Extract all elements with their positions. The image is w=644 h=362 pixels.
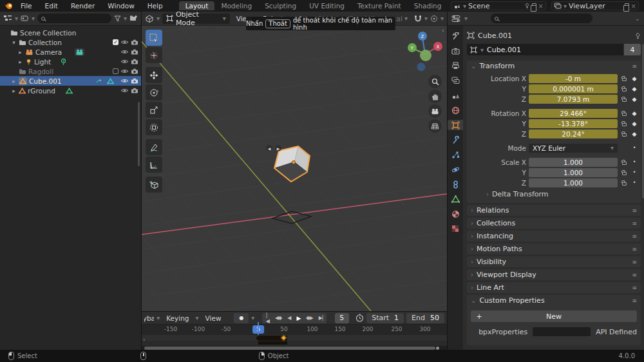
tool-move[interactable] xyxy=(146,67,162,83)
outliner-row-cube-001[interactable]: ▸ Cube.001 xyxy=(0,76,141,86)
disclosure-closed-icon[interactable]: ▸ xyxy=(17,59,23,65)
prev-keyframe-button[interactable]: ◀◆ xyxy=(272,315,284,321)
object-name-input[interactable]: ▾ Cube.001 xyxy=(467,44,623,55)
workspace-tab-uv-editing[interactable]: UV Editing xyxy=(303,1,351,10)
current-frame-field[interactable]: 5 xyxy=(335,313,349,323)
display-mode-icon[interactable] xyxy=(21,15,29,22)
disclosure-closed-icon[interactable]: ▸ xyxy=(17,49,23,55)
panel-grip-icon[interactable]: ≡ xyxy=(632,259,637,265)
workspace-tab-sculpting[interactable]: Sculpting xyxy=(258,1,303,10)
new-property-button[interactable]: + New xyxy=(471,310,637,322)
orthographic-grid-button[interactable] xyxy=(428,119,442,133)
jump-to-end-button[interactable]: ▶| xyxy=(316,315,326,321)
chevron-down-icon[interactable]: ▾ xyxy=(464,15,468,22)
workspace-tab-modeling[interactable]: Modeling xyxy=(214,1,258,10)
panel-grip-icon[interactable]: ≡ xyxy=(632,233,637,240)
frame-start-field[interactable]: Start1 xyxy=(366,313,404,323)
render-visibility-icon[interactable] xyxy=(131,78,138,84)
rotation-x-field[interactable]: 29.466° xyxy=(529,109,618,118)
animate-dot-icon[interactable]: • xyxy=(630,169,638,175)
timeline-tracks[interactable]: › xyxy=(142,335,447,346)
animate-dot-icon[interactable]: • xyxy=(630,180,638,186)
tab-render[interactable] xyxy=(448,46,463,56)
render-visibility-icon[interactable] xyxy=(131,68,138,74)
play-reverse-button[interactable]: ◀ xyxy=(285,315,293,321)
workspace-tab-layout[interactable]: Layout xyxy=(179,1,215,10)
animate-dot-icon[interactable]: • xyxy=(630,145,638,151)
pin-icon[interactable] xyxy=(524,3,530,9)
location-y-field[interactable]: 0.000001 m xyxy=(529,84,618,93)
render-visibility-icon[interactable] xyxy=(131,59,138,64)
keyframe-icon[interactable]: ◆ xyxy=(630,131,638,137)
tool-add-cube[interactable] xyxy=(146,176,162,193)
lock-icon[interactable] xyxy=(620,180,628,186)
bpx-properties-input[interactable] xyxy=(533,327,591,336)
new-viewlayer-icon[interactable] xyxy=(625,3,629,8)
collections-panel-header[interactable]: ›Collections≡ xyxy=(467,218,641,229)
disclosure-closed-icon[interactable]: ▸ xyxy=(11,88,17,94)
disclosure-open-icon[interactable]: ▾ xyxy=(11,39,17,46)
menu-window[interactable]: Window xyxy=(102,2,140,10)
collection-checkbox[interactable]: ✓ xyxy=(113,39,118,45)
tab-modifiers[interactable] xyxy=(448,135,463,145)
location-z-field[interactable]: 7.0793 m xyxy=(529,95,618,104)
tab-constraints[interactable] xyxy=(448,179,463,189)
use-preview-range-icon[interactable] xyxy=(355,314,364,322)
keyframe-icon[interactable]: ◆ xyxy=(630,96,638,102)
pan-hand-button[interactable] xyxy=(428,90,442,103)
panel-grip-icon[interactable]: ≡ xyxy=(632,207,637,214)
menu-render[interactable]: Render xyxy=(65,2,100,10)
tab-scene[interactable] xyxy=(448,90,463,100)
outliner-row-collection[interactable]: ▾ Collection ✓ xyxy=(0,37,141,47)
lock-icon[interactable] xyxy=(620,86,628,91)
location-x-field[interactable]: -0 m xyxy=(529,74,618,83)
lock-icon[interactable] xyxy=(620,160,628,165)
outliner-row-camera[interactable]: ▸ Camera xyxy=(0,47,141,57)
hide-eye-icon[interactable] xyxy=(120,49,129,55)
instancing-panel-header[interactable]: ›Instancing≡ xyxy=(467,231,641,242)
outliner-editor-type-icon[interactable] xyxy=(3,15,12,22)
outliner-row-rground[interactable]: ▸ rGround xyxy=(0,86,141,95)
lock-icon[interactable] xyxy=(620,111,628,116)
breadcrumb-object-name[interactable]: Cube.001 xyxy=(478,32,512,40)
tool-transform[interactable] xyxy=(146,119,162,135)
auto-key-record-button[interactable]: ● xyxy=(234,313,249,323)
scale-x-field[interactable]: 1.000 xyxy=(529,158,618,167)
custom-properties-panel-header[interactable]: ⌄ Custom Properties ≡ xyxy=(467,295,641,306)
line-art-panel-header[interactable]: ›Line Art≡ xyxy=(467,282,641,293)
disclosure-closed-icon[interactable]: ▸ xyxy=(11,78,17,84)
outliner-scrollbar[interactable] xyxy=(138,102,140,166)
lock-icon[interactable] xyxy=(620,121,628,126)
panel-grip-icon[interactable]: ≡ xyxy=(632,272,637,278)
tool-cursor[interactable] xyxy=(146,47,162,63)
outliner-row-ragdoll[interactable]: Ragdoll xyxy=(0,66,141,76)
menu-edit[interactable]: Edit xyxy=(39,2,64,10)
timeline-ruler[interactable]: -150 -100 -50 50 100 150 200 250 300 5 xyxy=(142,325,447,335)
lock-icon[interactable] xyxy=(620,76,628,81)
collection-checkbox-empty[interactable] xyxy=(113,68,118,74)
new-scene-icon[interactable] xyxy=(532,3,536,8)
keyframe-icon[interactable]: ◆ xyxy=(630,110,638,117)
properties-editor-type-icon[interactable] xyxy=(451,15,460,23)
scene-selector[interactable]: ▾ Scene × xyxy=(451,1,546,10)
panel-grip-icon[interactable]: ≡ xyxy=(632,298,637,304)
properties-search-input[interactable] xyxy=(491,14,592,23)
chevron-down-icon[interactable]: ⌄ xyxy=(635,15,640,22)
tab-texture[interactable] xyxy=(448,224,463,234)
mode-dropdown[interactable]: Object Mode ▾ xyxy=(162,14,230,24)
rotation-mode-dropdown[interactable]: XYZ Euler▾ xyxy=(529,144,618,153)
visibility-panel-header[interactable]: ›Visibility≡ xyxy=(467,256,641,267)
chevron-down-icon[interactable]: ▾ xyxy=(15,15,18,22)
chevron-down-icon[interactable]: ▾ xyxy=(32,15,35,22)
timeline-menu-playback[interactable]: Playback xyxy=(144,314,154,322)
timeline-menu-keying[interactable]: Keying xyxy=(162,314,193,322)
frame-end-field[interactable]: End50 xyxy=(406,313,444,323)
tab-world[interactable] xyxy=(448,105,463,115)
menu-file[interactable]: File xyxy=(15,2,38,10)
snap-magnet-icon[interactable] xyxy=(414,15,422,23)
delta-transform-panel-header[interactable]: › Delta Transform xyxy=(469,188,638,199)
render-visibility-icon[interactable] xyxy=(131,49,138,55)
panel-grip-icon[interactable]: ≡ xyxy=(632,246,637,252)
panel-grip-icon[interactable]: ≡ xyxy=(632,285,637,291)
keyframe-icon[interactable]: ◆ xyxy=(630,75,638,82)
